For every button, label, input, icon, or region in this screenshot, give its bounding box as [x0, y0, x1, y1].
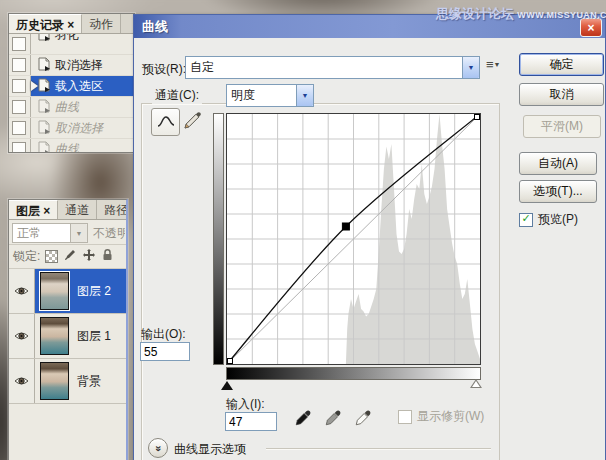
history-state-icon — [37, 141, 51, 153]
history-source-checkbox[interactable] — [12, 142, 26, 152]
curve-display-options-label: 曲线显示选项 — [174, 441, 246, 458]
input-label: 输入(I): — [226, 396, 265, 413]
history-source-checkbox[interactable] — [12, 121, 26, 135]
curve-plot-area[interactable] — [226, 113, 481, 365]
channel-label: 通道(C): — [152, 87, 202, 104]
ok-button[interactable]: 确定 — [519, 53, 604, 76]
divider — [266, 448, 491, 449]
visibility-eye-icon[interactable] — [9, 269, 35, 313]
layer-thumbnail[interactable] — [40, 317, 69, 355]
curve-point-selected — [342, 223, 349, 230]
preset-label: 预设(R): — [142, 61, 186, 78]
photoshop-screen: 羽化 取消选择 载入选区 曲线 取消选择 — [0, 0, 606, 460]
history-item[interactable]: 取消选择 — [9, 55, 134, 76]
black-point-eyedropper-icon[interactable] — [292, 407, 314, 429]
lock-move-icon[interactable] — [82, 248, 96, 265]
lock-transparency-icon[interactable] — [45, 250, 58, 263]
preset-options-icon[interactable]: ≡▼ — [486, 58, 501, 71]
gray-point-eyedropper-icon[interactable] — [322, 407, 344, 429]
output-label: 输出(O): — [141, 326, 186, 343]
layer-thumbnail[interactable] — [40, 362, 69, 400]
preview-checkbox-row: ✓ 预览(P) — [519, 211, 578, 228]
layers-panel: 图层 × 通道 路径 正常 ▼ 不透明度: 锁定: 图层 2 图层 1 — [8, 199, 128, 460]
watermark: 思缘设计论坛 WWW.MISSYUAN.COM — [436, 5, 606, 23]
history-state-icon — [37, 78, 51, 95]
curve-point — [475, 115, 480, 120]
input-value-input[interactable] — [225, 412, 277, 431]
tab-actions[interactable]: 动作 — [82, 14, 121, 33]
show-clipping-checkbox-row: 显示修剪(W) — [398, 408, 484, 425]
preset-select[interactable]: 自定 ▼ — [185, 56, 480, 79]
layer-name: 图层 2 — [77, 283, 111, 300]
layer-row[interactable]: 背景 — [9, 359, 126, 404]
curve-grid-svg — [227, 114, 480, 364]
history-panel: 羽化 取消选择 载入选区 曲线 取消选择 — [8, 13, 135, 153]
curve-point-tool-button[interactable] — [151, 108, 180, 136]
preview-label: 预览(P) — [538, 211, 578, 228]
layer-thumbnail[interactable] — [40, 272, 69, 310]
tab-paths[interactable]: 路径 — [97, 200, 126, 219]
history-source-checkbox[interactable] — [12, 79, 26, 93]
show-clipping-label: 显示修剪(W) — [417, 408, 484, 425]
check-icon: ✓ — [521, 213, 530, 224]
history-item-label: 取消选择 — [55, 120, 103, 137]
auto-button[interactable]: 自动(A) — [519, 152, 597, 175]
history-item-label: 取消选择 — [55, 57, 103, 74]
smooth-button: 平滑(M) — [523, 115, 601, 138]
channel-value: 明度 — [227, 85, 296, 106]
channel-select[interactable]: 明度 ▼ — [226, 84, 314, 107]
output-value-input[interactable] — [140, 342, 190, 361]
visibility-eye-icon[interactable] — [9, 359, 35, 403]
curve-display-options-expander[interactable]: » — [148, 438, 168, 458]
tab-layers[interactable]: 图层 × — [9, 200, 58, 219]
lock-all-icon[interactable] — [101, 248, 114, 265]
layer-row-selected[interactable]: 图层 2 — [9, 269, 126, 314]
history-item-label: 羽化 — [55, 34, 79, 44]
layer-name: 背景 — [77, 373, 101, 390]
visibility-eye-icon[interactable] — [9, 314, 35, 358]
history-state-icon — [37, 120, 51, 137]
dialog-title: 曲线 — [134, 18, 168, 36]
history-item-selected[interactable]: 载入选区 — [9, 76, 134, 97]
layer-row[interactable]: 图层 1 — [9, 314, 126, 359]
input-gradient-bar — [226, 367, 481, 380]
highlight-slider-handle[interactable] — [470, 379, 482, 388]
history-item-label: 曲线 — [55, 141, 79, 153]
history-state-icon — [37, 99, 51, 116]
chevron-down-icon[interactable]: ▼ — [70, 224, 87, 242]
chevron-down-icon[interactable]: ▼ — [462, 57, 479, 78]
lock-label: 锁定: — [13, 248, 40, 265]
curves-dialog: 曲线 × 预设(R): 自定 ▼ ≡▼ 确定 取消 平滑(M) 自动(A) 选项… — [133, 14, 606, 460]
shadow-slider-handle[interactable] — [221, 381, 233, 390]
history-source-checkbox[interactable] — [12, 37, 26, 51]
options-button[interactable]: 选项(T)... — [519, 180, 597, 203]
history-item[interactable]: 曲线 — [9, 97, 134, 118]
history-state-icon — [37, 34, 51, 44]
chevron-down-icon[interactable]: ▼ — [296, 85, 313, 106]
history-item[interactable]: 取消选择 — [9, 118, 134, 139]
history-list: 羽化 取消选择 载入选区 曲线 取消选择 — [9, 34, 134, 152]
blend-mode-select[interactable]: 正常 ▼ — [12, 223, 88, 243]
history-item[interactable]: 羽化 — [9, 34, 134, 55]
history-source-checkbox[interactable] — [12, 58, 26, 72]
curve-tool-icon — [156, 114, 176, 130]
history-item-label: 曲线 — [55, 99, 79, 116]
white-point-eyedropper-icon[interactable] — [352, 407, 374, 429]
tab-channels[interactable]: 通道 — [58, 200, 97, 219]
layer-name: 图层 1 — [77, 328, 111, 345]
history-item[interactable]: 曲线 — [9, 139, 134, 152]
lock-paint-brush-icon[interactable] — [63, 248, 77, 265]
cancel-button[interactable]: 取消 — [519, 83, 604, 106]
watermark-url: WWW.MISSYUAN.COM — [517, 10, 606, 20]
history-source-checkbox[interactable] — [12, 100, 26, 114]
output-gradient-bar — [213, 113, 224, 365]
blend-mode-value: 正常 — [13, 223, 70, 244]
history-item-label: 载入选区 — [55, 78, 103, 95]
tab-history[interactable]: 历史记录 × — [9, 14, 82, 33]
current-state-pointer-icon[interactable] — [31, 81, 38, 91]
preset-value: 自定 — [186, 57, 462, 78]
curve-point — [228, 359, 233, 364]
opacity-label: 不透明度: — [93, 225, 125, 242]
pencil-tool-icon[interactable] — [183, 111, 202, 133]
preview-checkbox[interactable]: ✓ — [519, 213, 533, 227]
